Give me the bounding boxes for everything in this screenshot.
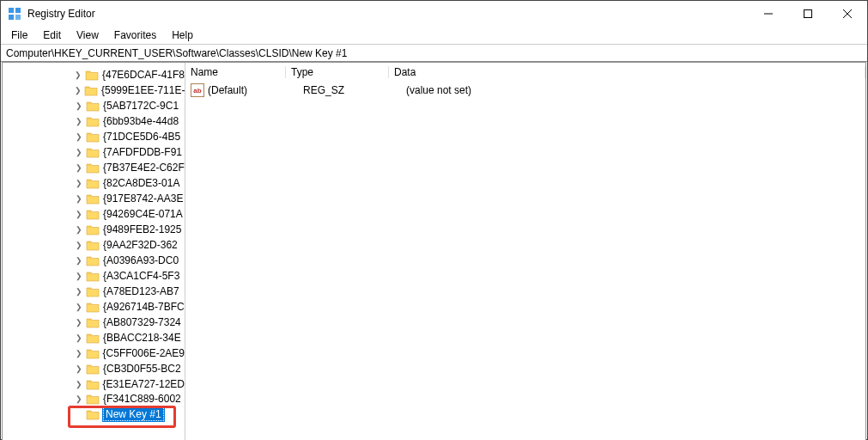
folder-icon [86,348,100,359]
tree-item-label: {A78ED123-AB7 [103,285,179,297]
chevron-right-icon[interactable]: ❯ [75,132,83,141]
titlebar: Registry Editor [1,1,867,27]
value-name: (Default) [208,84,303,96]
chevron-right-icon[interactable]: ❯ [75,318,83,327]
window-title: Registry Editor [27,8,749,20]
chevron-right-icon[interactable]: ❯ [75,241,83,249]
value-data: (value not set) [406,84,471,96]
tree-item-label: {6bb93b4e-44d8 [103,115,179,127]
column-header-name[interactable]: Name [185,64,286,81]
minimize-button[interactable] [749,1,788,26]
close-button[interactable] [828,1,867,26]
folder-icon [86,409,100,420]
menu-view[interactable]: View [70,28,106,42]
tree-item-label: {C5FF006E-2AE9 [103,347,185,359]
menu-help[interactable]: Help [165,28,200,42]
chevron-right-icon[interactable]: ❯ [75,163,83,172]
chevron-right-icon[interactable]: ❯ [75,210,83,218]
chevron-right-icon[interactable]: ❯ [75,179,83,187]
tree-item-edit-input[interactable]: New Key #1 [103,407,164,421]
app-icon [8,7,21,21]
folder-icon [86,286,100,297]
folder-icon [86,379,100,390]
tree-item-label: {5AB7172C-9C1 [103,100,179,112]
chevron-right-icon[interactable]: ❯ [75,380,83,388]
chevron-right-icon[interactable]: ❯ [75,148,83,156]
chevron-right-icon[interactable]: ❯ [75,256,83,265]
tree-item[interactable]: ❯{A926714B-7BFC [3,299,185,315]
chevron-right-icon[interactable]: ❯ [75,225,83,234]
chevron-right-icon[interactable]: ❯ [75,86,82,95]
tree-item-label: {CB3D0F55-BC2 [103,363,181,375]
tree-item-label: {9AA2F32D-362 [103,239,178,251]
tree-item[interactable]: ❯{5AB7172C-9C1 [3,98,185,113]
chevron-right-icon[interactable]: ❯ [75,194,83,203]
tree-item[interactable]: ❯{A3CA1CF4-5F3 [3,268,185,284]
tree-item-new[interactable]: ❯New Key #1 [3,406,185,422]
menubar: File Edit View Favorites Help [1,27,867,44]
chevron-right-icon[interactable]: ❯ [75,364,83,373]
tree-item[interactable]: ❯{9489FEB2-1925 [3,222,185,237]
value-row[interactable]: ab(Default)REG_SZ(value not set) [185,82,865,99]
tree-item[interactable]: ❯{47E6DCAF-41F8 [3,67,185,82]
tree-item[interactable]: ❯{7B37E4E2-C62F [3,160,185,175]
chevron-right-icon[interactable]: ❯ [75,287,83,296]
column-header-type[interactable]: Type [286,64,389,81]
tree-item[interactable]: ❯{917E8742-AA3E [3,191,185,206]
chevron-right-icon[interactable]: ❯ [75,302,83,311]
tree-item[interactable]: ❯{A0396A93-DC0 [3,253,185,268]
tree-item-label: {BBACC218-34E [103,332,181,344]
tree-item[interactable]: ❯{C5FF006E-2AE9 [3,345,185,361]
column-header-data[interactable]: Data [389,64,865,81]
tree-item[interactable]: ❯{94269C4E-071A [3,206,185,222]
tree-horizontal-scrollbar[interactable] [3,426,185,440]
tree-item-label: {A926714B-7BFC [103,301,185,313]
address-text: Computer\HKEY_CURRENT_USER\Software\Clas… [6,47,347,59]
svg-rect-0 [9,8,14,13]
tree-item[interactable]: ❯{BBACC218-34E [3,330,185,345]
tree-item-label: {917E8742-AA3E [103,192,183,205]
folder-icon [86,101,100,112]
tree-item[interactable]: ❯{6bb93b4e-44d8 [3,113,185,129]
tree-item[interactable]: ❯{7AFDFDDB-F91 [3,144,185,160]
tree-item[interactable]: ❯{71DCE5D6-4B5 [3,129,185,144]
svg-rect-5 [804,9,812,17]
svg-rect-1 [15,8,21,13]
svg-rect-3 [15,15,21,20]
value-type: REG_SZ [303,84,406,96]
folder-icon [86,224,100,235]
chevron-right-icon[interactable]: ❯ [75,117,83,125]
chevron-right-icon[interactable]: ❯ [75,272,83,280]
column-headers: Name Type Data [185,63,865,82]
folder-icon [86,333,100,344]
tree-item-label: {7B37E4E2-C62F [103,162,185,174]
menu-file[interactable]: File [4,28,34,42]
tree-item-label: {AB807329-7324 [103,316,181,328]
tree-item[interactable]: ❯{CB3D0F55-BC2 [3,361,185,376]
tree-panel: ❯{47E6DCAF-41F8❯{5999E1EE-711E-❯{5AB7172… [3,63,185,440]
folder-icon [86,162,100,174]
chevron-right-icon[interactable]: ❯ [75,333,83,342]
tree-item[interactable]: ❯{AB807329-7324 [3,315,185,330]
chevron-right-icon[interactable]: ❯ [75,70,82,79]
tree-item[interactable]: ❯{82CA8DE3-01A [3,175,185,191]
tree-item[interactable]: ❯{E31EA727-12ED [3,376,185,392]
chevron-right-icon[interactable]: ❯ [75,394,83,403]
tree-item[interactable]: ❯{A78ED123-AB7 [3,284,185,299]
maximize-button[interactable] [788,1,828,26]
tree-item-label: {71DCE5D6-4B5 [103,131,180,143]
tree-item[interactable]: ❯{F341C889-6002 [3,391,185,406]
menu-favorites[interactable]: Favorites [107,28,163,42]
tree-item[interactable]: ❯{9AA2F32D-362 [3,237,185,253]
folder-icon [84,85,98,96]
main-area: ❯{47E6DCAF-41F8❯{5999E1EE-711E-❯{5AB7172… [2,62,866,440]
values-body: ab(Default)REG_SZ(value not set) [185,82,865,99]
address-bar[interactable]: Computer\HKEY_CURRENT_USER\Software\Clas… [1,44,867,62]
chevron-right-icon[interactable]: ❯ [75,101,83,110]
folder-icon [86,209,100,220]
window-controls [749,1,867,26]
tree-item-label: {94269C4E-071A [103,208,183,220]
tree-item[interactable]: ❯{5999E1EE-711E- [3,82,185,98]
chevron-right-icon[interactable]: ❯ [75,349,83,358]
menu-edit[interactable]: Edit [36,28,68,42]
